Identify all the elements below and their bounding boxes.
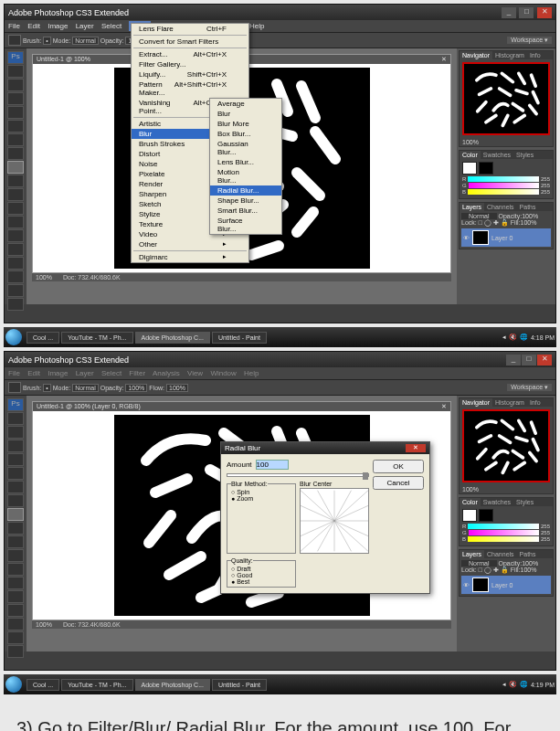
g-label: G — [462, 183, 467, 188]
task-item[interactable]: Cool ... — [26, 679, 59, 691]
menu-file[interactable]: File — [8, 22, 20, 30]
r-slider[interactable] — [468, 176, 539, 182]
pen-tool[interactable] — [7, 257, 24, 270]
g-slider[interactable] — [469, 183, 539, 188]
b-value[interactable]: 255 — [541, 189, 550, 195]
b-slider[interactable] — [468, 189, 539, 195]
r-value[interactable]: 255 — [541, 176, 550, 182]
menubar[interactable]: File Edit Image Layer Select Filter Anal… — [5, 20, 555, 33]
zoom-radio[interactable]: ● Zoom — [231, 495, 291, 502]
task-item[interactable]: Adobe Photoshop C... — [135, 332, 211, 344]
g-value[interactable]: 255 — [541, 183, 550, 188]
task-item[interactable]: YouTube - TM - Ph... — [61, 332, 132, 344]
task-item[interactable]: Cool ... — [26, 332, 59, 344]
eraser-tool[interactable] — [7, 202, 24, 215]
menu-item: Blur — [210, 109, 281, 119]
tab-color[interactable]: Color — [460, 151, 481, 159]
move-tool[interactable] — [7, 65, 24, 78]
doc-close-icon[interactable]: ✕ — [441, 403, 447, 410]
task-item[interactable]: Untitled - Paint — [212, 332, 267, 344]
layer-name[interactable]: Layer 0 — [491, 235, 512, 241]
good-radio[interactable]: ○ Good — [231, 572, 291, 578]
start-orb[interactable] — [5, 329, 22, 345]
menu-edit[interactable]: Edit — [27, 22, 40, 30]
doc-close-icon[interactable]: ✕ — [441, 56, 447, 63]
blend-mode[interactable]: Normal — [461, 213, 497, 219]
bg-color[interactable] — [479, 162, 493, 175]
brush-icon[interactable] — [8, 35, 21, 46]
crop-tool[interactable] — [7, 120, 24, 132]
start-orb[interactable] — [5, 676, 22, 693]
tab-layers[interactable]: Layers — [460, 203, 484, 211]
dodge-tool[interactable] — [7, 243, 24, 256]
layer-row[interactable]: 👁 Layer 0 — [461, 228, 551, 247]
layer-opacity-value[interactable]: 100% — [522, 213, 538, 219]
tab-styles[interactable]: Styles — [513, 151, 536, 159]
task-item[interactable]: Untitled - Paint — [212, 679, 267, 691]
lasso-tool[interactable] — [7, 92, 24, 105]
tray-icon[interactable]: ◂ — [502, 334, 506, 341]
best-radio[interactable]: ● Best — [231, 578, 291, 585]
close-icon[interactable]: ✕ — [537, 355, 552, 366]
blur-tool[interactable] — [7, 229, 24, 242]
cancel-button[interactable]: Cancel — [373, 476, 424, 490]
task-item[interactable]: Adobe Photoshop C... — [135, 679, 211, 691]
blur-center-preview[interactable] — [300, 488, 369, 554]
tab-navigator[interactable]: Navigator — [460, 51, 492, 59]
draft-radio[interactable]: ○ Draft — [231, 566, 291, 572]
fg-color[interactable] — [462, 162, 477, 175]
menu-layer[interactable]: Layer — [76, 22, 94, 30]
minimize-icon[interactable]: _ — [502, 7, 516, 18]
tab-histogram[interactable]: Histogram — [492, 51, 527, 59]
navigator-thumbnail[interactable] — [462, 62, 550, 135]
tab-info[interactable]: Info — [527, 51, 544, 59]
mode-select[interactable]: Normal — [72, 37, 99, 45]
eyedropper-tool[interactable] — [7, 133, 24, 146]
menu-select[interactable]: Select — [101, 22, 122, 30]
close-icon[interactable]: ✕ — [537, 7, 552, 18]
tray-icon[interactable]: 🔇 — [509, 334, 517, 341]
eye-icon[interactable]: 👁 — [463, 235, 470, 241]
minimize-icon[interactable]: _ — [506, 355, 521, 366]
svg-line-7 — [334, 521, 368, 536]
fill-value[interactable]: 100% — [521, 219, 537, 226]
marquee-tool[interactable] — [7, 79, 24, 91]
tool — [7, 481, 24, 493]
path-tool[interactable] — [7, 284, 24, 297]
tray-icon[interactable]: ◂ — [502, 681, 506, 688]
color-panel: ColorSwatchesStyles R255 G255 B255 — [459, 150, 554, 199]
history-tool[interactable] — [7, 188, 24, 201]
dialog-titlebar[interactable]: Radial Blur ✕ — [221, 442, 429, 454]
maximize-icon[interactable]: □ — [522, 355, 536, 366]
maximize-icon[interactable]: □ — [519, 7, 534, 18]
tray-icon[interactable]: 🌐 — [520, 681, 528, 688]
wand-tool[interactable] — [7, 106, 24, 119]
workspace-button[interactable]: Workspace ▾ — [507, 37, 552, 44]
task-item[interactable]: YouTube - TM - Ph... — [61, 679, 132, 691]
stamp-tool[interactable] — [7, 175, 24, 187]
dialog-close-icon[interactable]: ✕ — [406, 444, 426, 452]
tab-swatches[interactable]: Swatches — [481, 151, 513, 159]
ok-button[interactable]: OK — [373, 460, 424, 473]
gradient-tool[interactable] — [7, 216, 24, 228]
spin-radio[interactable]: ○ Spin — [231, 489, 291, 495]
blur-submenu[interactable]: Average Blur Blur More Box Blur... Gauss… — [209, 98, 282, 235]
tray-icon[interactable]: 🌐 — [520, 334, 528, 341]
radial-blur-dialog[interactable]: Radial Blur ✕ Amount OK Cancel Blur Meth… — [220, 441, 430, 594]
menu-help[interactable]: Help — [249, 22, 264, 30]
brush-tool[interactable] — [7, 161, 24, 174]
amount-label: Amount — [227, 461, 252, 469]
tab-channels[interactable]: Channels — [484, 203, 517, 211]
brush-preset[interactable]: • — [43, 37, 50, 45]
tray-icon[interactable]: 🔇 — [509, 681, 517, 688]
tab-paths[interactable]: Paths — [517, 203, 539, 211]
zoom-level[interactable]: 100% — [36, 274, 52, 281]
menu-image[interactable]: Image — [48, 22, 68, 30]
shape-tool[interactable] — [7, 298, 24, 311]
amount-input[interactable] — [256, 460, 289, 470]
type-tool[interactable] — [7, 270, 24, 283]
amount-slider[interactable] — [227, 473, 369, 477]
options-bar: Brush: • Mode: Normal Opacity: 100% Flow… — [5, 33, 555, 48]
healing-tool[interactable] — [7, 147, 24, 160]
nav-zoom[interactable]: 100% — [460, 138, 553, 146]
